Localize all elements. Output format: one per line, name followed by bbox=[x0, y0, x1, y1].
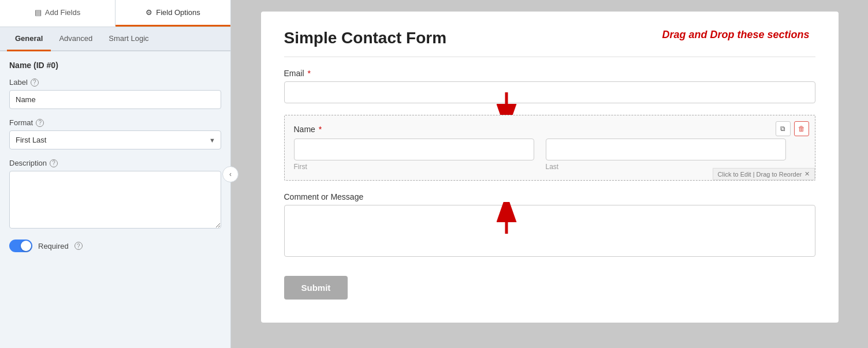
format-select-wrapper: First Last First Last First Middle Last … bbox=[9, 130, 221, 149]
label-help-icon[interactable]: ? bbox=[31, 78, 39, 87]
format-field-label: Format ? bbox=[9, 118, 221, 127]
form-preview: Simple Contact Form Drag and Drop these … bbox=[261, 12, 839, 323]
name-last-input[interactable] bbox=[546, 139, 786, 160]
email-input[interactable] bbox=[284, 81, 815, 103]
name-field-actions: ⧉ 🗑 bbox=[776, 121, 809, 136]
email-required-star: * bbox=[307, 69, 310, 78]
name-required-star: * bbox=[319, 125, 322, 134]
description-textarea[interactable] bbox=[9, 171, 221, 229]
advanced-tab-label: Advanced bbox=[59, 34, 92, 43]
format-help-icon[interactable]: ? bbox=[36, 119, 44, 127]
name-inputs-row: First Last bbox=[294, 139, 786, 171]
field-options-content: Name (ID #0) Label ? Format ? First Last bbox=[0, 51, 230, 348]
name-first-input[interactable] bbox=[294, 139, 534, 160]
description-field-label: Description ? bbox=[9, 159, 221, 167]
name-last-group: Last bbox=[546, 139, 786, 171]
top-tabs: ▤ Add Fields ⚙ Field Options bbox=[0, 0, 230, 27]
required-toggle[interactable] bbox=[9, 240, 32, 252]
add-fields-label: Add Fields bbox=[45, 8, 80, 17]
sub-tabs: General Advanced Smart Logic bbox=[0, 27, 230, 51]
collapse-panel-button[interactable]: ‹ bbox=[222, 166, 239, 182]
field-options-label: Field Options bbox=[156, 8, 200, 17]
required-toggle-row: Required ? bbox=[9, 240, 221, 252]
left-panel: ▤ Add Fields ⚙ Field Options General Adv… bbox=[0, 0, 231, 348]
name-first-group: First bbox=[294, 139, 534, 171]
description-help-icon[interactable]: ? bbox=[50, 159, 58, 167]
toggle-knob bbox=[21, 241, 31, 251]
field-options-icon: ⚙ bbox=[146, 8, 152, 17]
format-select[interactable]: First Last First Last First Middle Last bbox=[9, 130, 221, 149]
close-icon: ✕ bbox=[804, 170, 810, 178]
required-label: Required bbox=[38, 242, 69, 250]
comment-textarea[interactable] bbox=[284, 205, 815, 257]
submit-button[interactable]: Submit bbox=[284, 276, 348, 300]
click-to-edit-text: Click to Edit | Drag to Reorder bbox=[718, 171, 802, 178]
format-group: Format ? First Last First Last First Mid… bbox=[9, 118, 221, 149]
email-label: Email * bbox=[284, 69, 815, 78]
label-input[interactable] bbox=[9, 90, 221, 109]
tab-field-options[interactable]: ⚙ Field Options bbox=[116, 0, 230, 27]
email-field-group: Email * bbox=[284, 69, 815, 103]
required-help-icon[interactable]: ? bbox=[74, 242, 83, 250]
field-section-title: Name (ID #0) bbox=[9, 61, 221, 70]
name-delete-button[interactable]: 🗑 bbox=[794, 121, 809, 136]
name-field-container[interactable]: ⧉ 🗑 Name * First Last Click to Edit | Dr… bbox=[284, 115, 815, 181]
smart-logic-tab-label: Smart Logic bbox=[109, 34, 148, 43]
name-label: Name * bbox=[294, 125, 786, 134]
tab-smart-logic[interactable]: Smart Logic bbox=[100, 27, 157, 51]
comment-label: Comment or Message bbox=[284, 192, 815, 201]
name-copy-button[interactable]: ⧉ bbox=[776, 121, 791, 136]
tab-add-fields[interactable]: ▤ Add Fields bbox=[0, 0, 116, 27]
name-first-sublabel: First bbox=[294, 163, 534, 171]
right-panel: Simple Contact Form Drag and Drop these … bbox=[231, 0, 868, 348]
click-to-edit-bar: Click to Edit | Drag to Reorder ✕ bbox=[713, 168, 815, 180]
tab-general[interactable]: General bbox=[7, 27, 51, 51]
label-group: Label ? bbox=[9, 78, 221, 109]
arrow-up-icon bbox=[492, 202, 521, 238]
general-tab-label: General bbox=[15, 34, 43, 43]
comment-field-group: Comment or Message bbox=[284, 192, 815, 259]
description-group: Description ? bbox=[9, 159, 221, 230]
tab-advanced[interactable]: Advanced bbox=[51, 27, 100, 51]
drag-drop-hint: Drag and Drop these sections bbox=[662, 29, 809, 41]
label-field-label: Label ? bbox=[9, 78, 221, 87]
add-fields-icon: ▤ bbox=[35, 8, 42, 17]
